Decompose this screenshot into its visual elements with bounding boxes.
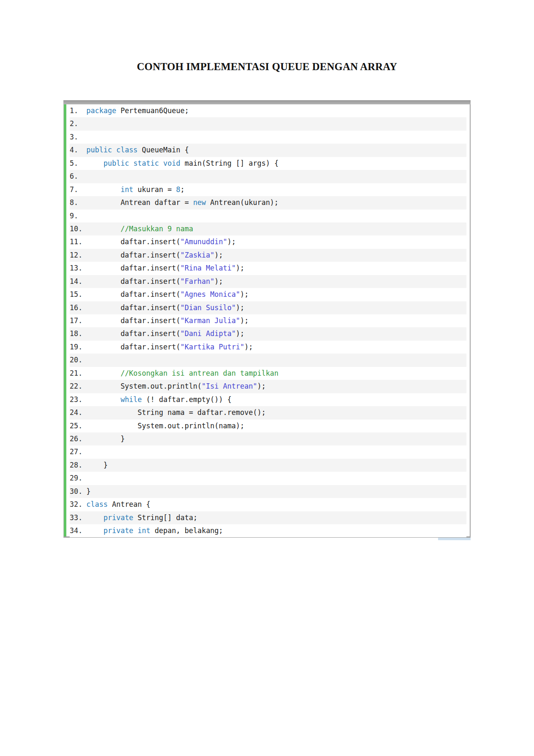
line-number: 24. [70,406,86,419]
code-line: 20. [70,354,466,367]
code-line: 17. daftar.insert("Karman Julia"); [70,314,466,327]
line-number: 29. [70,472,86,485]
code-text: private String[] data; [86,511,197,524]
code-text: daftar.insert("Agnes Monica"); [86,288,249,301]
line-number: 5. [70,157,86,170]
code-line: 26. } [70,432,466,445]
code-line: 11. daftar.insert("Amunuddin"); [70,235,466,248]
line-number: 11. [70,235,86,248]
code-text: daftar.insert("Zaskia"); [86,249,223,262]
line-number: 23. [70,393,86,406]
horizontal-scrollbar-fragment[interactable] [438,538,471,540]
line-number: 26. [70,432,86,445]
line-number: 14. [70,275,86,288]
code-block: 1.package Pertemuan6Queue;2.3.4.public c… [63,100,471,538]
line-number: 4. [70,144,86,157]
code-line: 30.} [70,485,466,498]
code-line: 7. int ukuran = 8; [70,183,466,196]
code-line: 32.class Antrean { [70,498,466,511]
code-line: 4.public class QueueMain { [70,144,466,157]
line-number: 32. [70,498,86,511]
code-line: 25. System.out.println(nama); [70,420,466,432]
code-text: private int depan, belakang; [86,524,223,537]
code-line: 1.package Pertemuan6Queue; [70,104,466,117]
line-number: 2. [70,117,86,130]
page-title: CONTOH IMPLEMENTASI QUEUE DENGAN ARRAY [0,61,534,73]
code-text: daftar.insert("Farhan"); [86,275,223,288]
code-line: 2. [70,117,466,130]
code-text: daftar.insert("Kartika Putri"); [86,341,253,354]
line-number: 13. [70,262,86,275]
code-text: while (! daftar.empty()) { [86,393,232,406]
code-block-top-bar [63,100,471,104]
line-number: 10. [70,223,86,235]
code-line: 23. while (! daftar.empty()) { [70,393,466,406]
line-number: 16. [70,301,86,314]
code-line: 16. daftar.insert("Dian Susilo"); [70,301,466,314]
code-line: 13. daftar.insert("Rina Melati"); [70,262,466,275]
line-number: 6. [70,170,86,183]
code-line: 10. //Masukkan 9 nama [70,223,466,235]
code-text: } [86,485,91,498]
code-line: 29. [70,472,466,485]
code-text: //Kosongkan isi antrean dan tampilkan [86,367,279,380]
line-number: 20. [70,354,86,367]
code-line: 14. daftar.insert("Farhan"); [70,275,466,288]
code-line: 22. System.out.println("Isi Antrean"); [70,380,466,393]
code-text: daftar.insert("Karman Julia"); [86,314,249,327]
code-text: package Pertemuan6Queue; [86,104,189,117]
line-number: 15. [70,288,86,301]
code-line: 19. daftar.insert("Kartika Putri"); [70,341,466,354]
line-number: 28. [70,459,86,472]
code-line: 9. [70,210,466,223]
code-line: 5. public static void main(String [] arg… [70,157,466,170]
code-text: class Antrean { [86,498,151,511]
code-listing: 1.package Pertemuan6Queue;2.3.4.public c… [66,104,470,536]
line-number: 7. [70,183,86,196]
code-line: 21. //Kosongkan isi antrean dan tampilka… [70,367,466,380]
line-number: 27. [70,445,86,458]
code-line: 27. [70,445,466,458]
line-number: 34. [70,524,86,537]
code-line: 6. [70,170,466,183]
code-line: 34. private int depan, belakang; [70,524,466,537]
code-line: 33. private String[] data; [70,511,466,524]
line-number: 33. [70,511,86,524]
line-number: 8. [70,196,86,209]
code-text: int ukuran = 8; [86,183,184,196]
line-number: 18. [70,327,86,340]
code-text: daftar.insert("Dani Adipta"); [86,327,244,340]
code-line: 18. daftar.insert("Dani Adipta"); [70,327,466,340]
line-number: 21. [70,367,86,380]
code-text: daftar.insert("Rina Melati"); [86,262,244,275]
line-number: 3. [70,131,86,144]
code-text: //Masukkan 9 nama [86,223,193,235]
code-text: public class QueueMain { [86,144,189,157]
code-line: 3. [70,131,466,144]
line-number: 25. [70,420,86,432]
line-number: 1. [70,104,86,117]
line-number: 22. [70,380,86,393]
code-line: 28. } [70,459,466,472]
code-text: public static void main(String [] args) … [86,157,279,170]
code-text: } [86,459,108,472]
code-text: } [86,432,125,445]
code-line: 24. String nama = daftar.remove(); [70,406,466,419]
line-number: 19. [70,341,86,354]
line-number: 30. [70,485,86,498]
line-number: 9. [70,210,86,223]
code-text: Antrean daftar = new Antrean(ukuran); [86,196,279,209]
code-text: System.out.println(nama); [86,420,244,432]
code-text: daftar.insert("Amunuddin"); [86,235,236,248]
code-line: 8. Antrean daftar = new Antrean(ukuran); [70,196,466,209]
code-text: daftar.insert("Dian Susilo"); [86,301,244,314]
code-line: 12. daftar.insert("Zaskia"); [70,249,466,262]
line-number: 17. [70,314,86,327]
line-number: 12. [70,249,86,262]
code-text: System.out.println("Isi Antrean"); [86,380,266,393]
code-text: String nama = daftar.remove(); [86,406,266,419]
code-line: 15. daftar.insert("Agnes Monica"); [70,288,466,301]
